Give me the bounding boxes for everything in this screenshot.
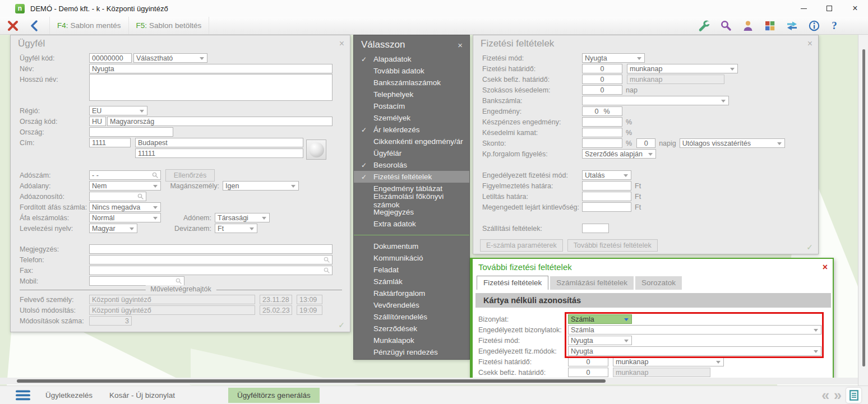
check-deadline-input[interactable]: 0 xyxy=(582,75,622,84)
payment-deadline-input[interactable]: 0 xyxy=(582,64,622,73)
menu-item-szemelyek[interactable]: Személyek xyxy=(354,112,469,124)
document-list-button[interactable] xyxy=(846,388,861,403)
customer-code-type-select[interactable]: Választható xyxy=(133,53,207,63)
allowed-documents-select[interactable]: Számla xyxy=(568,325,821,335)
close-icon[interactable]: × xyxy=(823,263,828,272)
document-type-select[interactable]: Számla xyxy=(568,314,632,324)
allowed-methods-select[interactable]: Nyugta xyxy=(568,346,821,356)
horizontal-scrollbar[interactable] xyxy=(0,378,858,384)
shipping-terms-input[interactable] xyxy=(582,224,609,233)
abort-button[interactable] xyxy=(7,20,19,32)
skonto-input[interactable] xyxy=(582,138,622,148)
search-button[interactable] xyxy=(720,20,732,32)
customer-code-input[interactable]: 00000000 xyxy=(89,53,132,63)
horizontal-scrollbar-thumb[interactable] xyxy=(17,379,606,383)
phone-input[interactable] xyxy=(89,255,333,264)
info-button[interactable] xyxy=(808,20,820,32)
bottom-tab-kosar[interactable]: Kosár - Új bizonylat xyxy=(101,386,183,404)
discount-input[interactable]: 0% xyxy=(582,106,622,116)
country-input[interactable] xyxy=(89,127,173,137)
allowed-method-select[interactable]: Utalás xyxy=(582,170,631,180)
menu-item-munkalapok[interactable]: Munkalapok xyxy=(354,335,469,346)
note-input[interactable] xyxy=(89,244,333,254)
vertical-scrollbar-thumb[interactable] xyxy=(862,49,865,366)
menu-item-szallitorendeles[interactable]: Szállítórendelés xyxy=(354,311,469,323)
payment-method-select[interactable]: Nyugta xyxy=(582,53,645,63)
more-payment-terms-button[interactable]: További fizetési feltételek xyxy=(567,239,658,252)
menu-item-penzugyi-rendezes[interactable]: Pénzügyi rendezés xyxy=(354,346,469,358)
save-template-button[interactable]: F4: Sablon mentés xyxy=(50,17,129,34)
menu-item-szerzodesek[interactable]: Szerződések xyxy=(354,323,469,335)
search-icon[interactable] xyxy=(324,267,330,273)
country-code-input[interactable]: HU xyxy=(89,117,106,126)
cash-traffic-select[interactable]: Szerződés alapján xyxy=(582,149,656,159)
close-window-button[interactable]: × xyxy=(842,0,868,17)
menu-item-cikkenkenti-engedmeny[interactable]: Cikkenkénti engedmény/ár xyxy=(354,136,469,147)
bottom-tab-ugyletkezeles[interactable]: Ügyletkezelés xyxy=(37,386,101,404)
menu-item-kommunikacio[interactable]: Kommunikáció xyxy=(354,252,469,264)
skonto-type-select[interactable]: Utólagos visszatérítés xyxy=(680,138,785,148)
search-icon[interactable] xyxy=(152,172,158,178)
menu-item-fizetesi-feltetelek[interactable]: ✓Fizetési feltételek xyxy=(354,171,469,183)
menu-item-ar-lekerdezes[interactable]: ✓Ár lekérdezés xyxy=(354,124,469,136)
currency-select[interactable]: Ft xyxy=(215,224,257,233)
vat-settlement-select[interactable]: Normál xyxy=(89,213,161,222)
page-next-button[interactable]: » xyxy=(834,387,842,403)
country-name-input[interactable]: Magyarország xyxy=(107,117,333,126)
popup-check-deadline-input[interactable]: 0 xyxy=(568,368,608,377)
menu-item-bankszamlaszamok[interactable]: Bankszámlaszámok xyxy=(354,77,469,89)
user-button[interactable] xyxy=(742,20,754,32)
menu-item-telephelyek[interactable]: Telephelyek xyxy=(354,89,469,100)
settings-wrench-button[interactable] xyxy=(698,20,710,32)
menu-item-extra-adatok[interactable]: Extra adatok xyxy=(354,218,469,230)
usual-delay-input[interactable]: 0 xyxy=(582,85,622,95)
tax-type-select[interactable]: Társasági xyxy=(215,213,270,222)
help-button[interactable]: ? xyxy=(830,20,839,32)
search-icon[interactable] xyxy=(137,193,144,199)
map-globe-button[interactable] xyxy=(306,140,326,160)
menu-item-szamlak[interactable]: Számlák xyxy=(354,276,469,287)
menu-item-postacim[interactable]: Postacím xyxy=(354,100,469,112)
address-line2-input[interactable]: 11111 xyxy=(135,148,303,158)
city-input[interactable]: Budapest xyxy=(135,138,303,147)
menu-item-tovabbi-adatok[interactable]: További adatok xyxy=(354,65,469,77)
tax-number-input[interactable]: - - xyxy=(89,170,161,180)
mobile-input[interactable] xyxy=(89,276,184,286)
modules-button[interactable] xyxy=(764,20,776,32)
popup-payment-deadline-input[interactable]: 0 xyxy=(568,357,608,366)
menu-item-alapadatok[interactable]: ✓Alapadatok xyxy=(354,53,469,65)
maximize-button[interactable] xyxy=(816,0,842,17)
close-icon[interactable]: × xyxy=(458,40,463,50)
zip-input[interactable]: 1111 xyxy=(89,138,131,147)
mail-language-select[interactable]: Magyar xyxy=(89,224,137,233)
tab-szamlazasi-feltetelek[interactable]: Számlázási feltételek xyxy=(550,276,634,290)
skonto-days-input[interactable]: 0 xyxy=(636,138,655,148)
name-input[interactable]: Nyugta xyxy=(89,64,333,73)
payment-deadline-unit-select[interactable]: munkanap xyxy=(627,64,738,73)
tax-subject-select[interactable]: Nem xyxy=(89,181,161,191)
warning-limit-input[interactable] xyxy=(582,181,631,191)
private-person-select[interactable]: Igen xyxy=(223,181,299,191)
menu-item-ugyfelar[interactable]: Ügyfélár xyxy=(354,147,469,159)
back-button[interactable] xyxy=(30,20,38,31)
load-template-button[interactable]: F5: Sablon betöltés xyxy=(129,17,210,34)
search-icon[interactable] xyxy=(176,278,182,284)
menu-item-vevorendeles[interactable]: Vevőrendelés xyxy=(354,299,469,311)
tab-fizetesi-feltetelek[interactable]: Fizetési feltételek xyxy=(477,276,548,290)
tax-id-input[interactable] xyxy=(89,192,146,201)
menu-item-raktarforgalom[interactable]: Raktárforgalom xyxy=(354,287,469,299)
reverse-vat-select[interactable]: Nincs megadva xyxy=(89,202,161,212)
main-menu-button[interactable] xyxy=(16,390,30,401)
tab-sorozatok[interactable]: Sorozatok xyxy=(635,276,682,290)
block-limit-input[interactable] xyxy=(582,192,631,201)
search-icon[interactable] xyxy=(324,257,330,263)
verify-button[interactable]: Ellenőrzés xyxy=(165,169,215,182)
close-icon[interactable]: × xyxy=(339,39,344,48)
late-interest-input[interactable] xyxy=(582,128,622,137)
menu-item-besorolas[interactable]: ✓Besorolás xyxy=(354,159,469,171)
bottom-tab-ugyfeltorzs-generalas[interactable]: Ügyféltörzs generálás xyxy=(228,388,320,403)
cash-discount-input[interactable] xyxy=(582,117,622,127)
region-select[interactable]: EU xyxy=(89,106,147,115)
popup-deadline-unit-select[interactable]: munkanap xyxy=(613,357,724,366)
close-icon[interactable]: × xyxy=(807,39,812,48)
